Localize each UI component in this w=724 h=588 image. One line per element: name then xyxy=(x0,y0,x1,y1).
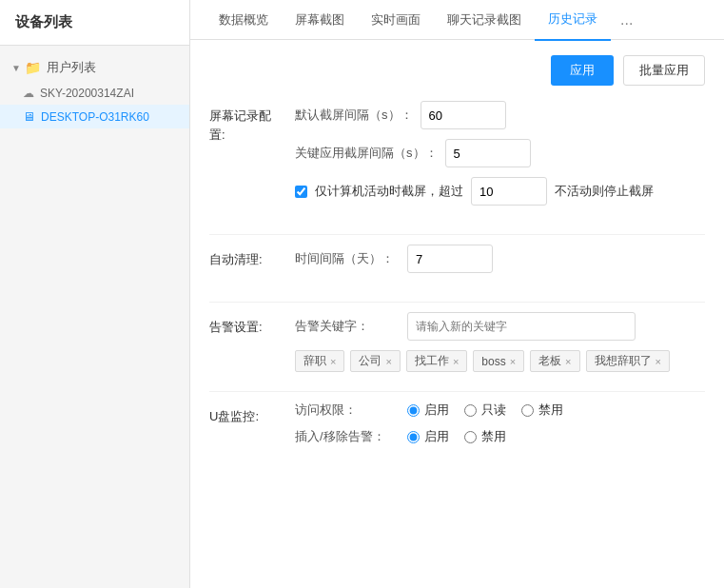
divider-1 xyxy=(209,234,705,235)
alert-disable-radio[interactable]: 禁用 xyxy=(464,428,506,445)
nav-history[interactable]: 历史记录 xyxy=(535,0,611,41)
sidebar-item-desktop-label: DESKTOP-O31RK60 xyxy=(41,110,149,124)
folder-arrow-icon: ▼ xyxy=(11,63,21,73)
alert-settings-label: 告警设置: xyxy=(209,312,295,337)
usb-monitor-section: U盘监控: 访问权限： 启用 只读 xyxy=(209,402,705,455)
apply-button[interactable]: 应用 xyxy=(551,55,614,86)
screen-record-content: 默认截屏间隔（s）： 关键应用截屏间隔（s）： 仅计算机活动时截屏，超过 不活动… xyxy=(295,101,705,215)
content-area: 应用 批量应用 屏幕记录配 置: 默认截屏间隔（s）： 关键应用截屏间隔（s）： xyxy=(190,40,724,588)
nav-screen-capture[interactable]: 屏幕截图 xyxy=(282,0,358,40)
alert-settings-content: 告警关键字： 辞职 × 公司 × 找工作 × xyxy=(295,312,705,372)
keyword-interval-label: 关键应用截屏间隔（s）： xyxy=(295,145,438,162)
alert-disable-input[interactable] xyxy=(464,431,477,443)
activity-checkbox[interactable] xyxy=(295,186,307,198)
cloud-icon: ☁ xyxy=(23,87,34,100)
tag-label: 找工作 xyxy=(415,353,449,369)
nav-more-button[interactable]: ... xyxy=(611,0,642,40)
alert-remove-row: 插入/移除告警： 启用 禁用 xyxy=(295,428,705,445)
default-interval-label: 默认截屏间隔（s）： xyxy=(295,107,413,124)
tag-老板: 老板 × xyxy=(530,350,579,372)
tag-我想辞职了: 我想辞职了 × xyxy=(586,350,670,372)
screen-record-label: 屏幕记录配 置: xyxy=(209,101,295,144)
sidebar-folder-users[interactable]: ▼ 📁 用户列表 xyxy=(0,53,189,82)
tag-close-老板[interactable]: × xyxy=(565,356,571,367)
nav-chat-capture[interactable]: 聊天记录截图 xyxy=(434,0,535,40)
tag-boss: boss × xyxy=(473,350,524,372)
access-permission-label: 访问权限： xyxy=(295,402,400,419)
access-readonly-input[interactable] xyxy=(464,404,477,417)
batch-apply-button[interactable]: 批量应用 xyxy=(623,55,705,86)
keyword-input[interactable] xyxy=(407,312,636,341)
usb-monitor-label: U盘监控: xyxy=(209,402,295,426)
sidebar: 设备列表 ▼ 📁 用户列表 ☁ SKY-20200314ZAI 🖥 DESKTO… xyxy=(0,0,190,588)
tag-close-辞职[interactable]: × xyxy=(330,356,336,367)
tag-label: 老板 xyxy=(538,353,561,369)
access-readonly-label: 只读 xyxy=(481,402,506,419)
auto-clean-content: 时间间隔（天）： xyxy=(295,245,705,283)
nav-realtime[interactable]: 实时画面 xyxy=(358,0,434,40)
tag-辞职: 辞职 × xyxy=(295,350,344,372)
alert-radio-group: 启用 禁用 xyxy=(407,428,506,445)
access-radio-group: 启用 只读 禁用 xyxy=(407,402,563,419)
tag-close-公司[interactable]: × xyxy=(385,356,391,367)
tag-label: 我想辞职了 xyxy=(595,353,652,369)
divider-3 xyxy=(209,391,705,392)
alert-remove-label: 插入/移除告警： xyxy=(295,428,400,445)
activity-label: 仅计算机活动时截屏，超过 xyxy=(315,183,463,200)
access-enable-label: 启用 xyxy=(424,402,449,419)
alert-settings-section: 告警设置: 告警关键字： 辞职 × 公司 × 找工作 xyxy=(209,312,705,372)
monitor-icon: 🖥 xyxy=(23,109,35,124)
tag-找工作: 找工作 × xyxy=(406,350,467,372)
alert-disable-label: 禁用 xyxy=(481,428,506,445)
access-permission-row: 访问权限： 启用 只读 禁用 xyxy=(295,402,705,419)
activity-checkbox-row: 仅计算机活动时截屏，超过 不活动则停止截屏 xyxy=(295,177,705,206)
top-nav: 数据概览 屏幕截图 实时画面 聊天记录截图 历史记录 ... xyxy=(190,0,724,40)
folder-label: 用户列表 xyxy=(47,59,96,76)
access-enable-input[interactable] xyxy=(407,404,420,417)
alert-keyword-label: 告警关键字： xyxy=(295,318,400,335)
default-interval-row: 默认截屏间隔（s）： xyxy=(295,101,705,129)
sidebar-title: 设备列表 xyxy=(0,0,189,46)
sidebar-item-sky-label: SKY-20200314ZAI xyxy=(40,87,134,100)
clean-interval-row: 时间间隔（天）： xyxy=(295,245,705,273)
auto-clean-section: 自动清理: 时间间隔（天）： xyxy=(209,245,705,283)
screen-record-section: 屏幕记录配 置: 默认截屏间隔（s）： 关键应用截屏间隔（s）： 仅计算机活动时… xyxy=(209,101,705,215)
access-disable-label: 禁用 xyxy=(538,402,563,419)
sidebar-section: ▼ 📁 用户列表 ☁ SKY-20200314ZAI 🖥 DESKTOP-O31… xyxy=(0,46,189,136)
tag-label: 辞职 xyxy=(303,353,326,369)
auto-clean-label: 自动清理: xyxy=(209,245,295,269)
tag-公司: 公司 × xyxy=(350,350,400,372)
sidebar-item-sky[interactable]: ☁ SKY-20200314ZAI xyxy=(0,82,189,105)
access-disable-radio[interactable]: 禁用 xyxy=(521,402,563,419)
tag-close-找工作[interactable]: × xyxy=(453,356,459,367)
tags-container: 辞职 × 公司 × 找工作 × boss × xyxy=(295,350,705,372)
nav-data-overview[interactable]: 数据概览 xyxy=(205,0,282,40)
alert-enable-label: 启用 xyxy=(424,428,449,445)
clean-interval-input[interactable] xyxy=(407,245,493,273)
usb-monitor-content: 访问权限： 启用 只读 禁用 xyxy=(295,402,705,455)
main-panel: 数据概览 屏幕截图 实时画面 聊天记录截图 历史记录 ... 应用 批量应用 屏… xyxy=(190,0,724,588)
sidebar-item-desktop[interactable]: 🖥 DESKTOP-O31RK60 xyxy=(0,105,189,128)
keyword-interval-row: 关键应用截屏间隔（s）： xyxy=(295,139,705,167)
folder-icon: 📁 xyxy=(25,60,41,75)
alert-keyword-row: 告警关键字： xyxy=(295,312,705,341)
keyword-interval-input[interactable] xyxy=(445,139,531,167)
activity-suffix: 不活动则停止截屏 xyxy=(555,183,654,200)
access-readonly-radio[interactable]: 只读 xyxy=(464,402,506,419)
activity-threshold-input[interactable] xyxy=(471,177,547,206)
access-disable-input[interactable] xyxy=(521,404,534,417)
alert-enable-input[interactable] xyxy=(407,431,420,443)
default-interval-input[interactable] xyxy=(421,101,506,129)
tag-label: boss xyxy=(481,355,505,368)
alert-enable-radio[interactable]: 启用 xyxy=(407,428,449,445)
clean-interval-label: 时间间隔（天）： xyxy=(295,250,400,267)
action-row: 应用 批量应用 xyxy=(209,55,705,86)
divider-2 xyxy=(209,302,705,303)
access-enable-radio[interactable]: 启用 xyxy=(407,402,449,419)
tag-close-我想辞职了[interactable]: × xyxy=(656,356,661,367)
tag-close-boss[interactable]: × xyxy=(510,356,516,367)
tag-label: 公司 xyxy=(359,353,382,369)
